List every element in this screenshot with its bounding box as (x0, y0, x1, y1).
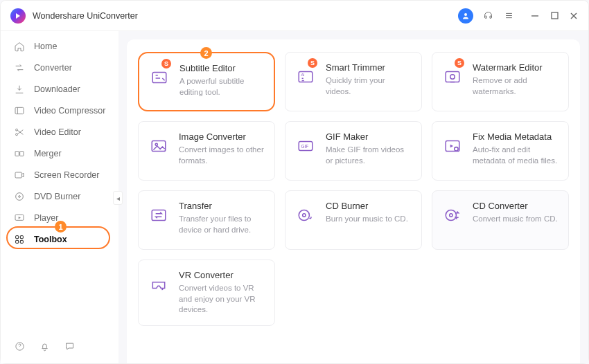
tool-desc: Convert videos to VR and enjoy on your V… (179, 283, 265, 316)
svg-rect-22 (152, 72, 166, 82)
user-avatar[interactable] (458, 8, 473, 24)
svg-text:GIF: GIF (301, 144, 309, 149)
svg-rect-17 (16, 235, 19, 238)
record-icon (13, 169, 26, 181)
feedback-icon[interactable] (63, 340, 76, 352)
tool-image-converter[interactable]: Image Converter Convert images to other … (138, 121, 275, 181)
tool-title: Watermark Editor (473, 62, 559, 73)
tool-desc: Burn your music to CD. (326, 214, 408, 225)
tool-fix-metadata[interactable]: Fix Media Metadata Auto-fix and edit met… (432, 121, 569, 181)
titlebar-actions (458, 8, 579, 24)
tool-watermark-editor[interactable]: S Watermark Editor Remove or add waterma… (432, 52, 569, 111)
sidebar-item-label: Downloader (34, 84, 80, 94)
player-icon (13, 212, 26, 224)
window-minimize[interactable] (530, 11, 540, 21)
help-icon[interactable] (13, 340, 26, 352)
tool-subtitle-editor[interactable]: S Subtitle Editor A powerful subtitle ed… (138, 52, 275, 111)
subtitle-icon (149, 67, 170, 88)
annotation-step2-badge: 2 (200, 47, 212, 59)
tool-title: Smart Trimmer (326, 62, 412, 73)
sidebar-item-label: Home (34, 42, 57, 51)
window-maximize[interactable] (550, 11, 559, 21)
svg-point-14 (16, 192, 24, 200)
svg-rect-25 (446, 71, 459, 82)
tool-desc: Transfer your files to device or hard dr… (179, 214, 265, 235)
svg-rect-13 (15, 172, 21, 178)
svg-point-15 (19, 195, 21, 197)
tool-title: Fix Media Metadata (473, 131, 559, 142)
tool-cd-converter[interactable]: CD Converter Convert music from CD. (432, 190, 569, 250)
sidebar-item-label: Converter (34, 63, 72, 73)
sidebar-item-label: Merger (34, 149, 62, 158)
support-icon[interactable] (482, 10, 494, 22)
compress-icon (13, 104, 26, 117)
sidebar-item-label: Video Compressor (34, 106, 105, 116)
home-icon (13, 40, 26, 53)
tool-desc: Quickly trim your videos. (326, 75, 412, 97)
svg-point-28 (155, 143, 157, 145)
badge-s-icon: S (308, 58, 317, 68)
cd-burn-icon (295, 205, 316, 226)
converter-icon (13, 62, 26, 74)
badge-s-icon: S (161, 59, 171, 69)
sidebar-item-editor[interactable]: Video Editor (1, 121, 118, 143)
svg-rect-8 (15, 107, 24, 113)
titlebar: Wondershare UniConverter (1, 1, 588, 31)
sidebar-item-label: DVD Burner (34, 192, 80, 201)
tool-title: GIF Maker (326, 131, 412, 142)
tool-title: CD Burner (326, 201, 408, 211)
merge-icon (13, 147, 26, 160)
sidebar-item-label: Toolbox (34, 235, 67, 244)
annotation-step1-badge: 1 (55, 221, 67, 233)
tool-desc: Make GIF from videos or pictures. (326, 145, 412, 166)
svg-text:AI: AI (301, 73, 305, 77)
tool-desc: Remove or add watermarks. (473, 75, 559, 97)
scissors-icon (13, 126, 26, 138)
sidebar-item-converter[interactable]: Converter (1, 57, 118, 78)
tool-title: VR Converter (179, 270, 265, 280)
sidebar-item-label: Video Editor (34, 127, 81, 137)
sidebar-item-downloader[interactable]: Downloader (1, 78, 118, 100)
svg-point-35 (303, 214, 306, 217)
bell-icon[interactable] (38, 340, 51, 352)
menu-icon[interactable] (502, 10, 515, 22)
sidebar-item-dvd[interactable]: DVD Burner (1, 185, 118, 207)
window-close[interactable] (569, 11, 579, 21)
sidebar-item-compressor[interactable]: Video Compressor (1, 100, 118, 121)
svg-rect-20 (20, 240, 23, 243)
tool-smart-trimmer[interactable]: S AI Smart Trimmer Quickly trim your vid… (285, 52, 422, 111)
svg-point-26 (450, 75, 455, 80)
tool-gif-maker[interactable]: GIF GIF Maker Make GIF from videos or pi… (285, 121, 422, 181)
tool-desc: Convert images to other formats. (179, 145, 265, 166)
app-window: Wondershare UniConverter Home (0, 0, 589, 364)
svg-point-9 (16, 129, 18, 131)
sidebar-item-label: Screen Recorder (34, 170, 100, 180)
vr-icon (148, 274, 169, 295)
gif-icon: GIF (295, 136, 316, 156)
tool-vr-converter[interactable]: VR Converter Convert videos to VR and en… (138, 260, 275, 326)
svg-point-37 (450, 214, 452, 217)
sidebar-item-recorder[interactable]: Screen Recorder (1, 164, 118, 185)
svg-point-0 (464, 13, 467, 16)
tool-title: Image Converter (179, 131, 265, 142)
toolbox-panel: S Subtitle Editor A powerful subtitle ed… (127, 39, 580, 363)
tool-cd-burner[interactable]: CD Burner Burn your music to CD. (285, 190, 422, 250)
tool-transfer[interactable]: Transfer Transfer your files to device o… (138, 190, 275, 250)
sidebar-item-label: Player (34, 213, 58, 223)
toolbox-icon (13, 233, 26, 246)
svg-rect-12 (20, 151, 24, 156)
svg-point-36 (446, 210, 456, 220)
transfer-icon (148, 205, 169, 226)
disc-icon (13, 190, 26, 203)
svg-point-10 (16, 133, 18, 135)
app-title: Wondershare UniConverter (33, 11, 458, 21)
sidebar-item-merger[interactable]: Merger (1, 143, 118, 164)
sidebar-item-home[interactable]: Home (1, 35, 118, 57)
sidebar-collapse-toggle[interactable]: ◂ (113, 191, 123, 205)
svg-point-34 (299, 210, 309, 220)
svg-rect-33 (152, 210, 166, 220)
svg-rect-18 (20, 235, 23, 238)
sidebar: Home Converter Downloader Video Compress… (1, 31, 118, 363)
svg-rect-11 (15, 151, 19, 156)
svg-rect-5 (552, 12, 558, 19)
